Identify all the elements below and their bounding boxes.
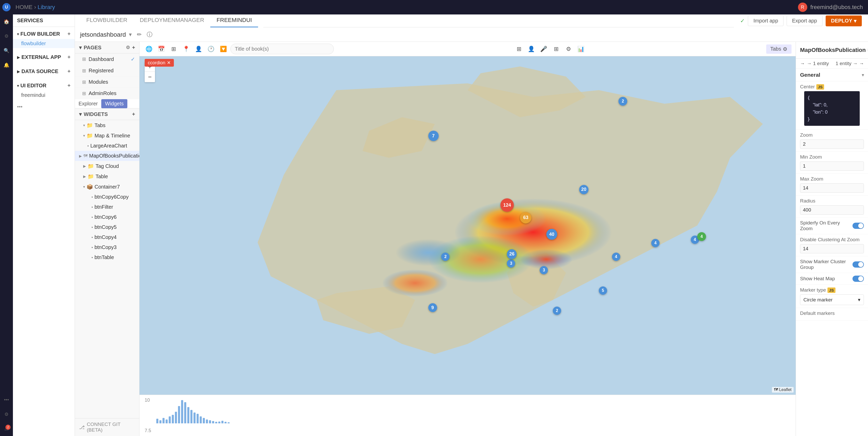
page-item-modules[interactable]: ⊞ Modules [75, 76, 139, 88]
tree-item-large-area-chart[interactable]: ▪ LargeAreaChart [75, 141, 139, 151]
data-source-header[interactable]: ▶ DATA SOURCE + [13, 66, 75, 76]
dots-icon-btn[interactable]: ••• [2, 395, 11, 404]
apps-icon[interactable]: ⊞ [551, 44, 561, 54]
tree-item-btncopy3[interactable]: ▪ btnCopy3 [75, 242, 139, 252]
tab-explorer[interactable]: Explorer [75, 99, 101, 108]
tree-item-map-timeline[interactable]: ▾ 📁 Map & Timeline [75, 130, 139, 141]
cluster-marker[interactable]: 7 [428, 131, 439, 141]
cluster-marker[interactable]: 2 [618, 97, 627, 106]
zoom-out-button[interactable]: − [145, 72, 155, 82]
tree-item-tabs[interactable]: ▾ 📁 Tabs [75, 120, 139, 130]
marker-type-dropdown[interactable]: Circle marker ▾ [800, 294, 864, 305]
tree-item-btnfilter[interactable]: ▪ btnFilter [75, 202, 139, 212]
cluster-marker[interactable]: 40 [547, 229, 557, 240]
general-section-header[interactable]: General ▾ [796, 69, 868, 81]
tree-item-map-books[interactable]: ▶ 🗺 MapOfBooksPublication [75, 151, 139, 161]
tree-item-container7[interactable]: ▾ 📦 Container7 [75, 182, 139, 192]
tree-item-btncopy6copy[interactable]: ▪ btnCopy6Copy [75, 192, 139, 202]
toolbar: 🌐 📅 ⊞ 📍 👤 🕐 🔽 ⊞ 👤 🎤 ⊞ ⚙ 📊 Tabs [140, 42, 796, 56]
disable-clustering-input[interactable] [800, 244, 864, 253]
cluster-marker[interactable]: 4 [697, 232, 706, 241]
globe-icon[interactable]: 🌐 [144, 44, 154, 54]
spiderfy-toggle[interactable] [852, 223, 864, 229]
tab-deploymenmanager[interactable]: DEPLOYMENMANAGER [133, 14, 210, 27]
data-source-add[interactable]: + [67, 68, 70, 74]
search-icon-btn[interactable]: 🔍 [2, 46, 11, 55]
cluster-marker[interactable]: 4 [612, 253, 620, 261]
tree-item-btntable[interactable]: ▪ btnTable [75, 252, 139, 262]
cluster-marker[interactable]: 3 [507, 259, 515, 268]
min-zoom-input[interactable] [800, 161, 864, 171]
tree-item-btncopy6[interactable]: ▪ btnCopy6 [75, 212, 139, 222]
person-icon[interactable]: 👤 [526, 44, 536, 54]
ui-editor-add[interactable]: + [67, 83, 70, 89]
widget-icon: ▪ [87, 144, 89, 148]
external-app-add[interactable]: + [67, 54, 70, 60]
home-icon-btn[interactable]: 🏠 [2, 17, 11, 26]
tab-freemindui[interactable]: FREEMINDUI [210, 14, 258, 27]
flowbuilder-item[interactable]: flowbuilder [13, 39, 75, 48]
services-icon-btn[interactable]: ⚙ [2, 32, 11, 41]
cluster-marker[interactable]: 63 [520, 212, 531, 223]
flow-builder-add[interactable]: + [67, 31, 70, 37]
cluster-marker[interactable]: 5 [599, 286, 607, 295]
edit-icon[interactable]: ✏ [137, 31, 142, 38]
flow-builder-header[interactable]: ▾ FLOW BUILDER + [13, 29, 75, 39]
error-icon-btn[interactable]: ⚠ 2 [2, 424, 11, 433]
pages-gear-icon[interactable]: ⚙ [126, 45, 130, 50]
tree-item-tag-cloud[interactable]: ▶ 📁 Tag Cloud [75, 161, 139, 171]
tab-flowbuilder[interactable]: FLOWBUILDER [80, 14, 133, 27]
show-marker-cluster-toggle[interactable] [852, 261, 864, 268]
cluster-marker[interactable]: 9 [428, 303, 437, 312]
user-email: freemind@ubos.tech [810, 4, 863, 10]
bell-icon-btn[interactable]: 🔔 [2, 60, 11, 70]
show-heat-map-toggle[interactable] [852, 276, 864, 282]
settings2-icon[interactable]: ⚙ [563, 44, 574, 54]
map-content[interactable]: 7 2 124 63 20 40 3 [140, 56, 796, 395]
dots-menu[interactable]: ••• [13, 102, 75, 112]
close-icon[interactable]: ✕ [167, 60, 171, 66]
grid-icon[interactable]: ⊞ [514, 44, 524, 54]
filter-icon[interactable]: 🔽 [218, 44, 228, 54]
cluster-marker[interactable]: 124 [500, 198, 514, 212]
tree-item-btncopy5[interactable]: ▪ btnCopy5 [75, 222, 139, 232]
deploy-button[interactable]: DEPLOY ▾ [826, 15, 862, 26]
tree-item-table[interactable]: ▶ 📁 Table [75, 171, 139, 182]
leaflet-attribution: 🗺 Leaflet [772, 387, 794, 393]
page-item-adminroles[interactable]: ⊞ AdminRoles [75, 88, 139, 99]
external-app-header[interactable]: ▶ EXTERNAL APP + [13, 52, 75, 62]
tabs-badge[interactable]: Tabs ⚙ [766, 44, 792, 54]
cluster-marker[interactable]: 2 [441, 253, 450, 261]
calendar-icon[interactable]: 📅 [156, 44, 166, 54]
pages-add-button[interactable]: + [132, 45, 135, 51]
import-app-button[interactable]: Import app [748, 15, 783, 26]
entity-arrow-right: → [859, 61, 864, 66]
tree-item-btncopy4[interactable]: ▪ btnCopy4 [75, 232, 139, 242]
search-input[interactable] [230, 44, 334, 54]
settings-icon-btn[interactable]: ⚙ [2, 410, 11, 419]
tab-widgets[interactable]: Widgets [101, 99, 127, 108]
connect-git[interactable]: ⎇ CONNECT GIT (BETA) [75, 418, 139, 436]
cluster-marker[interactable]: 3 [540, 266, 548, 274]
cluster-marker[interactable]: 26 [507, 249, 517, 259]
export-app-button[interactable]: Export app [786, 15, 823, 26]
user-icon[interactable]: 👤 [193, 44, 204, 54]
pages-collapse-icon[interactable]: ▾ [79, 44, 82, 51]
cluster-marker[interactable]: 20 [579, 185, 588, 194]
zoom-input[interactable] [800, 139, 864, 149]
page-item-dashboard[interactable]: ⊞ Dashboard ✓ [75, 54, 139, 65]
radius-input[interactable] [800, 205, 864, 215]
mic-icon[interactable]: 🎤 [538, 44, 549, 54]
info-icon[interactable]: ⓘ [147, 31, 152, 38]
freemindui-item[interactable]: freemindui [13, 91, 75, 100]
chart-icon[interactable]: 📊 [576, 44, 586, 54]
page-item-registered[interactable]: ⊞ Registered [75, 65, 139, 76]
cluster-marker[interactable]: 4 [651, 239, 659, 247]
widgets-add-button[interactable]: + [132, 111, 135, 117]
location-icon[interactable]: 📍 [181, 44, 191, 54]
ui-editor-header[interactable]: ▾ UI EDITOR + [13, 81, 75, 91]
max-zoom-input[interactable] [800, 183, 864, 193]
table-icon[interactable]: ⊞ [168, 44, 179, 54]
cluster-marker[interactable]: 2 [553, 307, 561, 315]
clock-icon[interactable]: 🕐 [206, 44, 216, 54]
